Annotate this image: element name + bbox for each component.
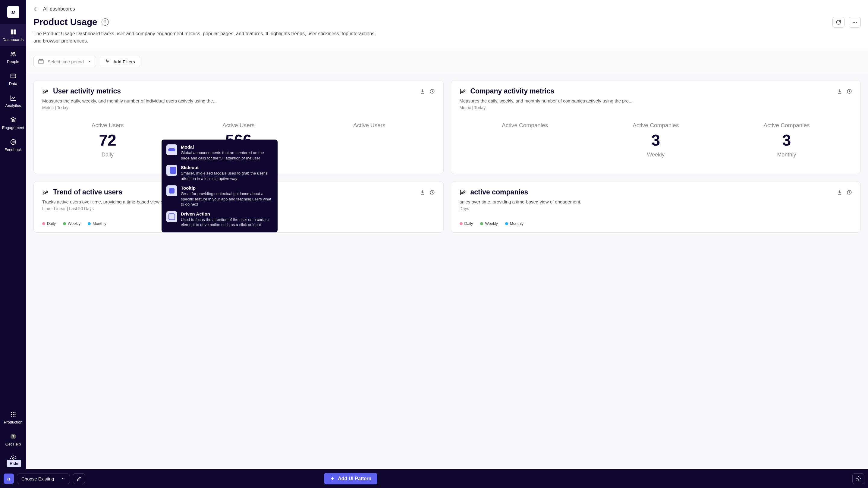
grid-icon <box>10 28 17 36</box>
metric-daily-users: Active Users 72 Daily <box>92 122 124 158</box>
chart-icon <box>42 88 49 95</box>
svg-text:?: ? <box>12 434 14 439</box>
metric-daily-companies: Active Companies <box>502 122 548 158</box>
svg-point-10 <box>14 142 14 142</box>
svg-point-22 <box>12 458 14 459</box>
download-icon[interactable] <box>420 190 425 195</box>
nav-label: Engagement <box>2 125 24 130</box>
download-icon[interactable] <box>837 89 842 94</box>
engagement-icon <box>10 116 17 124</box>
legend-dot-weekly <box>63 222 66 225</box>
arrow-left-icon <box>33 6 39 12</box>
data-icon <box>10 72 17 80</box>
legend-dot-daily <box>42 222 45 225</box>
nav-analytics[interactable]: Analytics <box>0 90 26 112</box>
metric-monthly-companies: Active Companies 3 Monthly <box>764 122 809 158</box>
nav-label: Analytics <box>5 103 21 108</box>
filters-bar: Select time period Add Filters <box>26 50 868 73</box>
card-desc: anies over time, providing a time-based … <box>460 199 852 204</box>
breadcrumb[interactable]: All dashboards <box>26 0 868 15</box>
svg-rect-1 <box>13 30 16 32</box>
nav-label: Data <box>9 81 17 86</box>
card-title: active companies <box>470 188 833 196</box>
nav-engagement[interactable]: Engagement <box>0 112 26 134</box>
svg-point-27 <box>106 60 107 61</box>
svg-point-25 <box>856 22 857 23</box>
more-button[interactable] <box>849 17 861 28</box>
chevron-down-icon <box>87 59 92 64</box>
analytics-icon <box>10 94 17 101</box>
content-area: User activity metrics Measures the daily… <box>26 73 868 469</box>
svg-point-5 <box>13 53 15 54</box>
popover-item-slideout[interactable]: Slideout Smaller, mid-sized Modals used … <box>165 164 274 182</box>
svg-point-15 <box>13 414 13 415</box>
choose-existing-button[interactable]: Choose Existing <box>17 474 70 484</box>
svg-rect-3 <box>13 32 16 34</box>
nav-feedback[interactable]: Feedback <box>0 134 26 156</box>
clock-icon[interactable] <box>846 89 852 94</box>
clock-icon[interactable] <box>430 89 435 94</box>
legend-dot-monthly <box>88 222 91 225</box>
popover-item-tooltip[interactable]: Tooltip Great for providing contextual g… <box>165 185 274 208</box>
page-header: Product Usage ? The Product Usage Dashbo… <box>26 15 868 50</box>
clock-icon[interactable] <box>430 190 435 195</box>
svg-point-13 <box>14 413 16 413</box>
slideout-icon <box>166 165 177 176</box>
add-filters-button[interactable]: Add Filters <box>100 56 140 67</box>
nav-label: Dashboards <box>2 37 24 42</box>
popover-item-modal[interactable]: Modal Global announcements that are cent… <box>165 144 274 161</box>
app-logo[interactable]: u <box>7 6 19 18</box>
page-title: Product Usage <box>33 17 97 27</box>
edit-button[interactable] <box>73 473 85 484</box>
metric-weekly-companies: Active Companies 3 Weekly <box>632 122 679 158</box>
download-icon[interactable] <box>420 89 425 94</box>
bottom-settings-button[interactable] <box>852 473 864 484</box>
add-filters-label: Add Filters <box>113 59 135 64</box>
apps-icon <box>10 411 17 418</box>
svg-point-17 <box>11 416 12 417</box>
card-title: User activity metrics <box>53 87 415 95</box>
nav-label: People <box>7 59 19 64</box>
popover-item-driven-action[interactable]: Driven Action Used to focus the attentio… <box>165 211 274 228</box>
refresh-button[interactable] <box>832 17 844 28</box>
nav-data[interactable]: Data <box>0 68 26 90</box>
nav-label: Feedback <box>4 147 22 152</box>
hide-tooltip: Hide <box>7 460 21 467</box>
nav-dashboards[interactable]: Dashboards <box>0 24 26 46</box>
card-desc: Measures the daily, weekly, and monthly … <box>42 98 435 103</box>
svg-rect-0 <box>10 30 13 32</box>
svg-rect-26 <box>39 60 43 64</box>
legend-dot-daily <box>460 222 463 225</box>
filter-icon <box>105 59 110 64</box>
sidebar: u Dashboards People Data <box>0 0 26 469</box>
svg-point-18 <box>13 416 13 417</box>
svg-point-12 <box>13 413 13 413</box>
driven-action-icon <box>166 211 177 222</box>
tooltip-icon <box>166 185 177 196</box>
svg-point-8 <box>12 142 12 142</box>
bottom-logo[interactable]: u <box>4 474 14 484</box>
people-icon <box>10 50 17 58</box>
svg-point-24 <box>855 22 855 23</box>
breadcrumb-label: All dashboards <box>43 6 75 12</box>
card-title: Company activity metrics <box>470 87 833 95</box>
time-period-select[interactable]: Select time period <box>33 56 96 67</box>
card-trend-companies: active companies anies over time, provid… <box>451 181 861 233</box>
nav-people[interactable]: People <box>0 46 26 68</box>
card-desc: Measures the daily, weekly, and monthly … <box>460 98 852 103</box>
ui-pattern-popover: Modal Global announcements that are cent… <box>161 140 278 233</box>
clock-icon[interactable] <box>846 190 852 195</box>
card-meta: Metric | Today <box>460 105 852 110</box>
nav-get-help[interactable]: ? Get Help <box>0 429 26 451</box>
metric-monthly-users: Active Users <box>353 122 385 158</box>
chevron-down-icon <box>61 477 65 481</box>
legend-dot-monthly <box>505 222 508 225</box>
svg-point-16 <box>14 414 16 415</box>
add-ui-pattern-button[interactable]: Add UI Pattern <box>324 473 377 484</box>
nav-label: Production <box>4 420 22 424</box>
legend-dot-weekly <box>480 222 483 225</box>
svg-point-11 <box>11 413 12 413</box>
download-icon[interactable] <box>837 190 842 195</box>
help-circle-icon[interactable]: ? <box>101 19 109 26</box>
nav-production[interactable]: Production <box>0 407 26 429</box>
